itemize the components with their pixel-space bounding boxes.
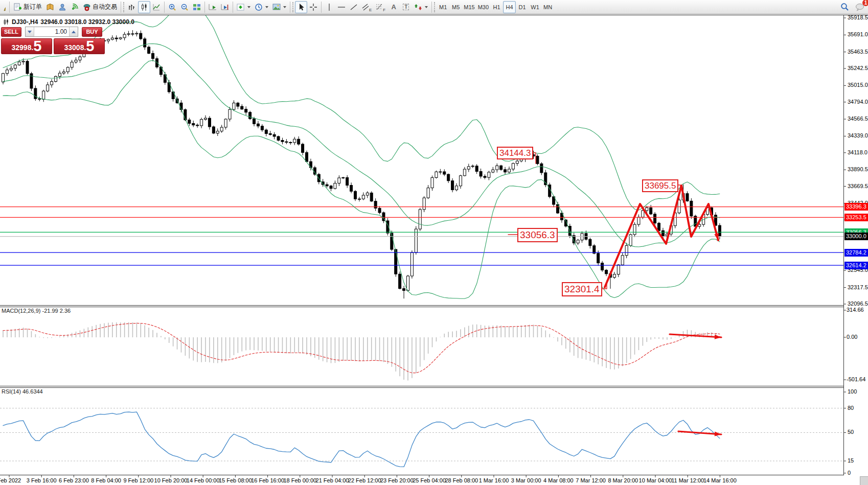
- text-label-button[interactable]: T: [400, 1, 412, 13]
- search-button[interactable]: [838, 1, 851, 13]
- zoom-out-button[interactable]: [178, 1, 191, 13]
- fibonacci-button[interactable]: F: [374, 1, 387, 13]
- trading-terminal-window: DJ30-,H4 32946.0 33018.0 32932.0 33000.0…: [0, 0, 868, 485]
- market-watch-button[interactable]: [56, 1, 68, 13]
- rsi-pane[interactable]: [0, 408, 843, 467]
- toolbar-grip[interactable]: [123, 2, 125, 12]
- date-axis-label: 8 Feb 04:00: [91, 477, 121, 483]
- toolbar: 新订单 自动交易: [0, 0, 868, 14]
- timeframe-button-m5[interactable]: M5: [449, 1, 462, 13]
- macd-axis-tick: -501.64: [847, 376, 865, 382]
- ohlc-values: 32946.0 33018.0 32932.0 33000.0: [40, 18, 134, 26]
- toolbar-grip[interactable]: [434, 2, 436, 12]
- price-annotation-tag[interactable]: 33056.3: [517, 228, 558, 242]
- indicators-button[interactable]: [235, 1, 253, 13]
- date-axis-label: 22 Feb 12:00: [348, 477, 381, 483]
- sell-button[interactable]: SELL: [1, 27, 21, 37]
- separator: [431, 2, 432, 13]
- zoom-in-icon: [168, 3, 176, 11]
- horizontal-line-button[interactable]: [335, 1, 348, 13]
- timeframe-button-m15[interactable]: M15: [462, 1, 476, 13]
- periods-button[interactable]: [253, 1, 270, 13]
- price-axis-tick: 33890.5: [848, 166, 868, 172]
- date-axis-label: 16 Feb 16:00: [251, 477, 284, 483]
- crosshair-button[interactable]: [307, 1, 319, 13]
- vertical-line-button[interactable]: [323, 1, 335, 13]
- timeframe-button-m30[interactable]: M30: [476, 1, 490, 13]
- date-axis-label: 21 Feb 04:00: [316, 477, 349, 483]
- timeframe-button-m1[interactable]: M1: [437, 1, 449, 13]
- timeframe-button-d1[interactable]: D1: [516, 1, 529, 13]
- autotrading-button[interactable]: 自动交易: [81, 1, 119, 13]
- buy-button[interactable]: BUY: [82, 27, 102, 37]
- fibonacci-letter: F: [383, 8, 385, 12]
- price-axis-tick: 34339.0: [848, 132, 868, 138]
- price-annotation-tag[interactable]: 33695.5: [642, 179, 678, 192]
- volume-decrease-button[interactable]: [26, 27, 34, 36]
- zoom-in-button[interactable]: [166, 1, 178, 13]
- drawn-annotations[interactable]: [508, 153, 721, 436]
- price-axis-tick: 33669.5: [848, 183, 868, 189]
- notification-badge: 1: [862, 0, 868, 6]
- pane-splitter-macd[interactable]: [0, 304, 843, 308]
- macd-axis-tick: 314.66: [847, 307, 864, 313]
- macd-pane[interactable]: [3, 322, 720, 380]
- price-level-badge: 33396.3: [844, 203, 868, 211]
- volume-input[interactable]: [34, 27, 69, 36]
- timeframe-button-w1[interactable]: W1: [529, 1, 541, 13]
- resize-grip[interactable]: [860, 476, 868, 485]
- chart-canvas[interactable]: [0, 0, 868, 485]
- price-level-badge: 32784.2: [844, 249, 868, 257]
- bar-chart-button[interactable]: [126, 1, 138, 13]
- buy-price-box[interactable]: 33008.5: [54, 38, 105, 54]
- new-order-button[interactable]: 新订单: [11, 1, 44, 13]
- cursor-arrow-icon: [297, 3, 305, 11]
- tile-windows-icon: [193, 3, 201, 11]
- chart-shift-button[interactable]: [219, 1, 231, 13]
- symbol-period-label: DJ30-,H4: [12, 18, 38, 26]
- rsi-axis-tick: 15: [848, 457, 854, 464]
- rsi-axis-tick: 100: [848, 388, 857, 395]
- signals-button[interactable]: [68, 1, 81, 13]
- price-axis-tick: 35242.5: [848, 65, 868, 71]
- timeframe-button-mn[interactable]: MN: [541, 1, 554, 13]
- trendline-button[interactable]: [348, 1, 360, 13]
- macd-signal-value: 2.36: [60, 308, 71, 314]
- profile-button[interactable]: [44, 1, 56, 13]
- volume-increase-button[interactable]: [69, 27, 78, 36]
- macd-axis-tick: 0.00: [847, 334, 857, 340]
- rsi-axis-tick: 80: [848, 405, 854, 411]
- candlestick-chart-button[interactable]: [138, 1, 150, 13]
- one-click-trading-widget: SELL BUY 32998.5 33008.5: [1, 27, 105, 54]
- pane-splitter-rsi[interactable]: [0, 385, 843, 388]
- date-axis-label: 14 Feb 00:00: [187, 477, 220, 483]
- chevron-down-icon: [265, 6, 268, 8]
- price-axis-tick: 35691.0: [848, 31, 868, 37]
- text-button[interactable]: A: [387, 1, 400, 13]
- cursor-button[interactable]: [295, 1, 307, 13]
- timeframe-button-h4[interactable]: H4: [503, 1, 516, 13]
- sell-price-box[interactable]: 32998.5: [1, 38, 52, 54]
- toolbar-grip[interactable]: [292, 2, 294, 12]
- rsi-axis-tick: 0: [848, 470, 851, 476]
- partial-icon[interactable]: [2, 1, 8, 13]
- timeframe-button-h1[interactable]: H1: [490, 1, 503, 13]
- date-axis-label: Feb 2022: [0, 477, 21, 483]
- tile-windows-button[interactable]: [191, 1, 203, 13]
- line-chart-button[interactable]: [150, 1, 163, 13]
- channel-button[interactable]: E: [360, 1, 374, 13]
- price-annotation-tag[interactable]: 34144.3: [497, 147, 533, 159]
- price-annotation-tag[interactable]: 32301.4: [562, 282, 602, 296]
- separator: [321, 2, 322, 13]
- candlestick-chart-icon: [140, 3, 148, 11]
- fibonacci-icon: [376, 3, 383, 11]
- main-price-pane[interactable]: [0, 4, 843, 298]
- separator: [233, 2, 233, 13]
- bar-chart-icon: [128, 3, 136, 11]
- autoscroll-icon: [209, 3, 217, 11]
- arrows-button[interactable]: [412, 1, 430, 13]
- notifications-button[interactable]: 1: [853, 1, 866, 13]
- autoscroll-button[interactable]: [207, 1, 219, 13]
- templates-button[interactable]: [270, 1, 288, 13]
- autotrading-icon: [83, 3, 91, 11]
